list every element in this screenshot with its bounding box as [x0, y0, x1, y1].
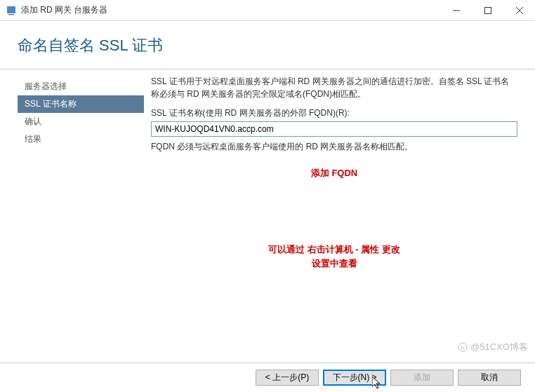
page-title: 命名自签名 SSL 证书	[18, 35, 517, 56]
main-panel: SSL 证书用于对远程桌面服务客户端和 RD 网关服务器之间的通信进行加密。自签…	[144, 75, 535, 270]
watermark-text: @51CXO博客	[470, 341, 528, 353]
page-header: 命名自签名 SSL 证书	[0, 21, 535, 69]
previous-button[interactable]: < 上一步(P)	[256, 370, 319, 386]
svg-rect-1	[8, 14, 14, 15]
cert-name-input[interactable]	[151, 121, 517, 137]
window-title: 添加 RD 网关 台服务器	[21, 4, 107, 16]
cursor-icon	[372, 377, 383, 391]
watermark: b @51CXO博客	[458, 341, 528, 353]
svg-rect-3	[484, 7, 491, 13]
annotation-add-fqdn: 添加 FQDN	[151, 167, 517, 180]
cert-name-label: SSL 证书名称(使用 RD 网关服务器的外部 FQDN)(R):	[151, 107, 517, 119]
cancel-button[interactable]: 取消	[458, 370, 521, 386]
annotation-line1: 可以通过 右击计算机 - 属性 更改	[151, 243, 517, 257]
content-area: 服务器选择 SSL 证书名称 确认 结果 SSL 证书用于对远程桌面服务客户端和…	[0, 69, 535, 270]
sidebar-item-result[interactable]: 结果	[18, 130, 144, 148]
maximize-button[interactable]	[472, 0, 503, 21]
sidebar-item-ssl-cert-name[interactable]: SSL 证书名称	[18, 95, 144, 113]
sidebar: 服务器选择 SSL 证书名称 确认 结果	[0, 75, 144, 270]
description-text: SSL 证书用于对远程桌面服务客户端和 RD 网关服务器之间的通信进行加密。自签…	[151, 75, 517, 100]
fqdn-hint: FQDN 必须与远程桌面服务客户端使用的 RD 网关服务器名称相匹配。	[151, 140, 517, 153]
sidebar-item-server-select[interactable]: 服务器选择	[18, 78, 144, 95]
sidebar-item-confirm[interactable]: 确认	[18, 113, 144, 130]
annotation-line2: 设置中查看	[151, 257, 517, 271]
app-icon	[6, 5, 17, 16]
titlebar-left: 添加 RD 网关 台服务器	[6, 4, 107, 16]
minimize-button[interactable]	[440, 0, 472, 21]
close-button[interactable]	[503, 0, 535, 21]
wizard-footer: < 上一步(P) 下一步(N) > 添加 取消	[0, 363, 535, 392]
watermark-icon: b	[458, 342, 468, 352]
titlebar: 添加 RD 网关 台服务器	[0, 0, 535, 21]
annotation-instructions: 可以通过 右击计算机 - 属性 更改 设置中查看	[151, 243, 517, 270]
svg-text:b: b	[461, 344, 465, 351]
window-controls	[440, 0, 535, 21]
svg-rect-0	[7, 6, 15, 13]
add-button: 添加	[390, 370, 454, 386]
